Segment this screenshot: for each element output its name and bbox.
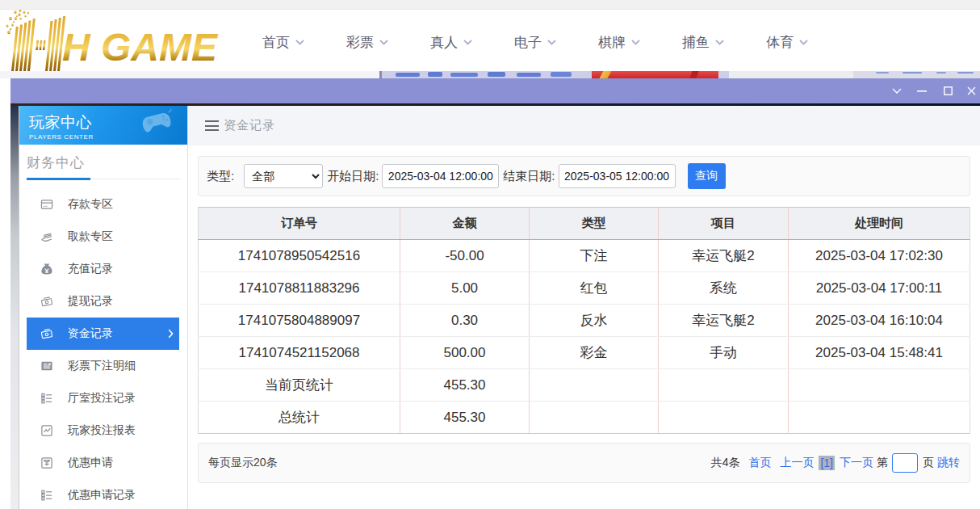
svg-text:H GAME: H GAME bbox=[62, 26, 219, 69]
